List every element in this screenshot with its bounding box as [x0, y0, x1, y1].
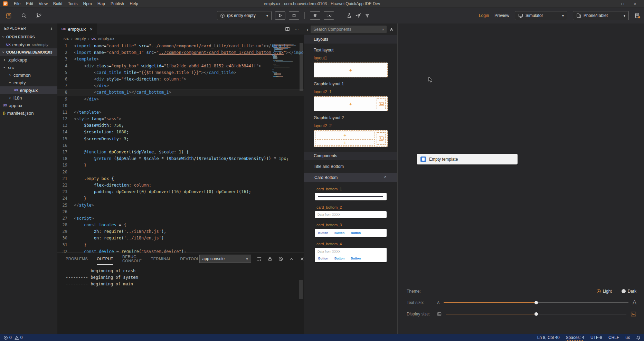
search-components-input[interactable] — [313, 27, 382, 32]
code-line-8[interactable]: 8 <card_bottom_1></card_bottom_1> — [57, 89, 304, 96]
word-wrap-icon[interactable] — [257, 256, 262, 262]
split-editor-icon[interactable] — [285, 27, 290, 31]
close-button[interactable]: × — [629, 0, 641, 7]
notifications-icon[interactable] — [634, 13, 640, 18]
explorer-item-i18n[interactable]: ›i18n — [0, 94, 57, 102]
menu-hap[interactable]: Hap — [95, 1, 108, 7]
slider-knob[interactable] — [534, 301, 538, 304]
item-label-layout1[interactable]: layout1 — [314, 56, 388, 60]
minimap[interactable] — [272, 44, 297, 77]
project-root[interactable]: › COM.HUAWEI.DEMO0103 — [0, 48, 57, 56]
output-console[interactable]: --------- beginning of crash--------- be… — [57, 265, 304, 334]
run-button[interactable] — [275, 11, 285, 20]
preview-link[interactable]: Preview — [494, 13, 509, 18]
stop-button[interactable] — [289, 11, 299, 20]
open-editors-header[interactable]: › OPEN EDITORS — [0, 33, 57, 41]
code-line-24[interactable]: 24 } — [57, 195, 304, 202]
code-line-13[interactable]: 13 $baseWidth: 750; — [57, 122, 304, 129]
code-line-17[interactable]: 17 @function dpConvert($dpValue, $scale:… — [57, 149, 304, 155]
project-notebook-icon[interactable] — [6, 12, 12, 19]
new-file-button[interactable]: + — [50, 26, 53, 31]
explorer-item-manifest-json[interactable]: {}manifest.json — [0, 109, 57, 117]
theme-light-radio[interactable] — [597, 289, 601, 293]
login-link[interactable]: Login — [479, 13, 489, 18]
code-line-15[interactable]: 15 $screenDensity: 3; — [57, 136, 304, 142]
code-line-1[interactable]: 1<import name="card_title" src="../commo… — [57, 43, 304, 49]
card-bottom-2-preview[interactable]: Data from XXXX — [315, 211, 387, 218]
menu-npm[interactable]: Npm — [80, 1, 95, 7]
cursor-position[interactable]: Ln 8, Col 40 — [537, 335, 560, 340]
problems-indicator[interactable]: 0 0 — [3, 335, 22, 340]
code-line-10[interactable]: 10 — [57, 103, 304, 109]
panel-tab-debug-console[interactable]: DEBUG CONSOLE — [122, 253, 142, 265]
language-mode[interactable]: ux — [625, 335, 630, 340]
code-line-16[interactable]: 16 — [57, 142, 304, 149]
card-bottom-2-label[interactable]: card_bottom_2 — [314, 205, 388, 209]
code-line-23[interactable]: 23 padding: dpConvert(0) dpConvert(16) d… — [57, 189, 304, 195]
menu-help[interactable]: Help — [127, 1, 141, 7]
send-icon[interactable] — [356, 13, 361, 18]
layout2-1-preview[interactable]: + — [314, 96, 388, 111]
item-label-layout2-1[interactable]: layout2_1 — [314, 89, 388, 94]
code-line-31[interactable]: 31 } — [57, 242, 304, 248]
card-bottom-1-preview[interactable] — [315, 193, 387, 200]
card-bottom-3-label[interactable]: card_bottom_3 — [314, 223, 388, 227]
tab-close-icon[interactable]: × — [90, 27, 93, 32]
explorer-item-common[interactable]: ›common — [0, 71, 57, 79]
code-line-4[interactable]: 4 <div class="empty_box" widgetid="1fba2… — [57, 63, 304, 69]
maximize-button[interactable]: □ — [616, 0, 629, 7]
breadcrumb-file[interactable]: empty.ux — [98, 36, 114, 41]
menu-edit[interactable]: Edit — [23, 1, 36, 7]
search-icon[interactable] — [21, 13, 27, 19]
code-line-7[interactable]: 7 </div> — [57, 83, 304, 89]
panel-tab-problems[interactable]: PROBLEMS — [66, 253, 88, 265]
panel-tab-terminal[interactable]: TERMINAL — [151, 253, 171, 265]
code-line-19[interactable]: 19 } — [57, 162, 304, 169]
code-line-3[interactable]: 3<template> — [57, 56, 304, 63]
panel-tab-devtool[interactable]: DEVTOOL — [180, 253, 199, 265]
output-scrollbar-thumb[interactable] — [299, 280, 303, 299]
card-bottom-4-label[interactable]: card_bottom_4 — [314, 242, 388, 246]
scrollbar-thumb[interactable] — [300, 43, 303, 91]
code-line-12[interactable]: 12<style lang="sass"> — [57, 116, 304, 122]
explorer-item-empty[interactable]: ›empty — [0, 79, 57, 86]
run-target-dropdown[interactable]: rpk entry empty ▾ — [217, 11, 272, 20]
eol-indicator[interactable]: CRLF — [608, 335, 619, 340]
menu-publish[interactable]: Publish — [108, 1, 127, 7]
code-line-30[interactable]: 30 en: require('../i18n/en.js') — [57, 235, 304, 241]
code-line-21[interactable]: 21 .empty_box { — [57, 176, 304, 182]
unlock-icon[interactable] — [267, 256, 273, 262]
git-branch-icon[interactable] — [36, 13, 42, 19]
components-search-box[interactable]: × — [311, 26, 387, 33]
menu-view[interactable]: View — [36, 1, 50, 7]
display-size-slider[interactable] — [446, 314, 626, 314]
explorer-item-src[interactable]: ›src — [0, 64, 57, 71]
explorer-item--quickapp[interactable]: ›.quickapp — [0, 56, 57, 64]
text-size-slider[interactable] — [444, 302, 628, 303]
collapse-all-icon[interactable] — [389, 27, 394, 32]
item-label-layout2-2[interactable]: layout2_2 — [314, 123, 388, 128]
tab-empty-ux[interactable]: UX empty.ux × — [57, 23, 97, 35]
encoding-indicator[interactable]: UTF-8 — [590, 335, 602, 340]
layout1-preview[interactable]: + — [314, 63, 388, 77]
clear-search-icon[interactable]: × — [382, 27, 384, 31]
debug-button[interactable] — [310, 11, 320, 20]
panel-tab-output[interactable]: OUTPUT — [97, 253, 113, 265]
code-line-22[interactable]: 22 flex-direction: column; — [57, 182, 304, 189]
code-line-27[interactable]: 27<script> — [57, 215, 304, 222]
explorer-item-app-ux[interactable]: UXapp.ux — [0, 102, 57, 109]
card-bottom-1-label[interactable]: card_bottom_1 — [314, 187, 388, 191]
code-line-11[interactable]: 11</template> — [57, 109, 304, 116]
flask-icon[interactable] — [347, 13, 352, 18]
minimize-button[interactable]: – — [604, 0, 616, 7]
code-line-26[interactable]: 26 — [57, 209, 304, 215]
breadcrumb-root[interactable]: src — [64, 36, 69, 41]
wireless-debug-icon[interactable] — [364, 13, 370, 18]
theme-dark-radio[interactable] — [622, 289, 626, 293]
code-line-29[interactable]: 29 zh: require('../i18n/zh.js'), — [57, 228, 304, 235]
panel-close-icon[interactable] — [300, 256, 305, 262]
code-line-5[interactable]: 5 <card_title title="{{$t('message.title… — [57, 69, 304, 76]
breadcrumb[interactable]: src › empty › UX empty.ux — [57, 35, 304, 43]
code-editor[interactable]: 1<import name="card_title" src="../commo… — [57, 43, 304, 253]
explorer-item-empty-ux[interactable]: UXempty.ux — [0, 86, 57, 94]
